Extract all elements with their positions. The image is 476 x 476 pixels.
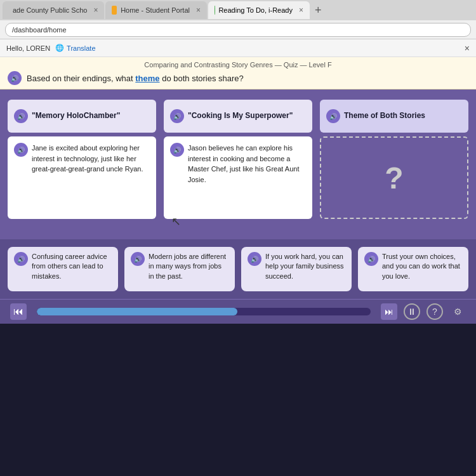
quiz-question-text: Based on their endings, what theme do bo… — [27, 74, 244, 83]
theme-highlight: theme — [135, 74, 159, 83]
answer-card-4[interactable]: 🔊 Trust your own choices, and you can do… — [358, 247, 468, 291]
story-1-title: "Memory HoloChamber" — [32, 111, 120, 121]
answer-2-text: Modern jobs are different in many ways f… — [149, 252, 228, 281]
tab-2[interactable]: Home - Student Portal × — [105, 1, 207, 19]
address-bar-row — [0, 20, 476, 39]
story-2-text: Jason believes he can explore his intere… — [188, 143, 306, 185]
story-2-header-card: 🔊 "Cooking Is My Superpower" — [164, 100, 312, 133]
address-bar[interactable] — [5, 23, 471, 37]
translate-label: Translate — [67, 44, 95, 52]
main-content: 🔊 "Memory HoloChamber" 🔊 Jane is excited… — [0, 89, 476, 239]
tab-3-close[interactable]: × — [299, 6, 303, 15]
answer-options: 🔊 Confusing career advice from others ca… — [0, 239, 476, 299]
story-1-body-audio[interactable]: 🔊 — [14, 143, 28, 157]
answer-3-audio[interactable]: 🔊 — [248, 252, 261, 266]
answer-card-2[interactable]: 🔊 Modern jobs are different in many ways… — [124, 247, 235, 291]
hello-bar: Hello, LOREN 🌐 Translate × — [0, 39, 476, 57]
progress-bar-container — [37, 308, 371, 315]
story-2-title: "Cooking Is My Superpower" — [188, 111, 293, 121]
progress-bar-fill — [37, 308, 237, 315]
theme-question-mark: ? — [385, 161, 403, 195]
translate-button[interactable]: 🌐 Translate — [55, 44, 95, 52]
story-1-audio-button[interactable]: 🔊 — [14, 109, 28, 123]
browser-chrome: ade County Public Scho × Home - Student … — [0, 0, 476, 89]
tab-3[interactable]: Reading To Do, i-Ready × — [208, 1, 310, 19]
bottom-controls: ⏮ ⏭ ⏸ ? ⚙ — [0, 299, 476, 324]
settings-button[interactable]: ⚙ — [449, 303, 466, 320]
answer-1-audio[interactable]: 🔊 — [14, 252, 28, 266]
story-2-body-card: 🔊 Jason believes he can explore his inte… — [164, 136, 312, 219]
help-button[interactable]: ? — [426, 303, 443, 320]
tab-2-label: Home - Student Portal — [121, 6, 190, 14]
theme-audio-button[interactable]: 🔊 — [326, 109, 340, 123]
skip-to-end-button[interactable]: ⏭ — [381, 303, 397, 320]
quiz-question-row: 🔊 Based on their endings, what theme do … — [8, 71, 468, 85]
answer-card-3[interactable]: 🔊 If you work hard, you can help your fa… — [241, 247, 352, 291]
story-column-1: 🔊 "Memory HoloChamber" 🔊 Jane is excited… — [8, 100, 156, 219]
skip-to-start-button[interactable]: ⏮ — [10, 303, 27, 320]
story-2-audio-button[interactable]: 🔊 — [170, 109, 184, 123]
story-columns: 🔊 "Memory HoloChamber" 🔊 Jane is excited… — [8, 100, 468, 219]
answer-3-text: If you work hard, you can help your fami… — [265, 252, 345, 281]
answer-4-text: Trust your own choices, and you can do w… — [382, 252, 462, 281]
tab-2-favicon — [112, 6, 117, 15]
answer-card-1[interactable]: 🔊 Confusing career advice from others ca… — [8, 247, 118, 291]
story-1-body-card: 🔊 Jane is excited about exploring her in… — [8, 136, 156, 219]
theme-column: 🔊 Theme of Both Stories ? — [320, 100, 468, 219]
tab-1[interactable]: ade County Public Scho × — [3, 1, 104, 19]
question-audio-button[interactable]: 🔊 — [8, 71, 22, 85]
tab-3-label: Reading To Do, i-Ready — [218, 6, 293, 14]
answer-2-audio[interactable]: 🔊 — [131, 252, 145, 266]
tab-2-close[interactable]: × — [196, 6, 201, 15]
story-2-body-audio[interactable]: 🔊 — [170, 143, 184, 157]
pause-button[interactable]: ⏸ — [404, 303, 420, 320]
hello-bar-close[interactable]: × — [465, 43, 470, 53]
story-column-2: 🔊 "Cooking Is My Superpower" 🔊 Jason bel… — [164, 100, 312, 219]
hello-greeting: Hello, LOREN — [6, 44, 50, 52]
tab-bar: ade County Public Scho × Home - Student … — [0, 0, 476, 20]
theme-title: Theme of Both Stories — [344, 111, 425, 121]
theme-header-card: 🔊 Theme of Both Stories — [320, 100, 468, 133]
answer-4-audio[interactable]: 🔊 — [364, 252, 378, 266]
answer-1-text: Confusing career advice from others can … — [32, 252, 112, 281]
translate-icon: 🌐 — [55, 44, 64, 52]
theme-body-card[interactable]: ? — [320, 136, 468, 219]
new-tab-button[interactable]: + — [311, 4, 326, 17]
story-1-header-card: 🔊 "Memory HoloChamber" — [8, 100, 156, 133]
quiz-header: Comparing and Contrasting Story Genres —… — [0, 57, 476, 89]
story-1-text: Jane is excited about exploring her inte… — [32, 143, 150, 175]
tab-1-label: ade County Public Scho — [13, 6, 87, 14]
quiz-title: Comparing and Contrasting Story Genres —… — [8, 61, 468, 69]
tab-1-close[interactable]: × — [93, 6, 98, 15]
